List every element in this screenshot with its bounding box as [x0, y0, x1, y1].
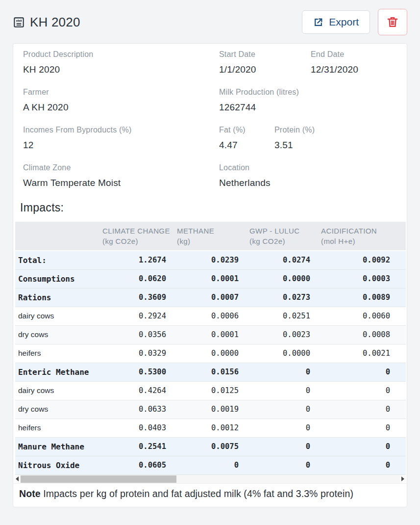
top-bar: KH 2020 Export [13, 7, 407, 37]
impact-value: 0.4264 [99, 381, 173, 400]
export-button-label: Export [329, 16, 359, 28]
impact-value: 0 [317, 400, 406, 419]
impacts-table: CLIMATE CHANGE(kg CO2e)METHANE(kg)GWP - … [15, 222, 406, 475]
row-label: heifers [15, 344, 99, 363]
impact-value: 0.0125 [173, 381, 246, 400]
impact-value: 0.0092 [317, 251, 406, 269]
impacts-row-nitrous-oxide: Nitrous Oxide0.0605000 [15, 456, 406, 474]
impact-value: 0.0001 [173, 325, 246, 344]
column-name: METHANE [177, 227, 246, 235]
impact-value: 0 [246, 400, 317, 419]
impact-value: 0.0000 [246, 269, 317, 288]
impact-value: 0.0006 [173, 307, 246, 325]
impacts-row-dry-cows: dry cows0.03560.00010.00230.0008 [15, 325, 406, 344]
column-name: GWP - LULUC [249, 227, 317, 235]
export-button[interactable]: Export [302, 10, 370, 34]
trash-icon [386, 16, 399, 28]
field-end-date: End Date12/31/2020 [311, 50, 358, 75]
field-label: Location [219, 163, 271, 172]
impact-value: 0.0356 [99, 325, 173, 344]
column-header-methane: METHANE(kg) [173, 222, 246, 251]
impact-value: 0.0329 [99, 344, 173, 363]
field-value: 1/1/2020 [219, 64, 311, 75]
impact-value: 0 [246, 381, 317, 400]
field-farmer: FarmerA KH 2020 [23, 88, 219, 113]
column-unit: (kg CO2e) [249, 237, 317, 245]
field-value: A KH 2020 [23, 102, 219, 113]
column-header-gwp-luluc: GWP - LULUC(kg CO2e) [246, 222, 317, 251]
impacts-row-manure-methane: Manure Methane0.25410.007500 [15, 437, 406, 456]
impact-value: 0 [317, 419, 406, 437]
header-actions: Export [302, 9, 407, 35]
impact-value: 0.0012 [173, 419, 246, 437]
field-incomes-from-byproducts: Incomes From Byproducts (%)12 [23, 126, 219, 151]
field-label: Protein (%) [274, 126, 315, 134]
row-label: Manure Methane [15, 437, 99, 456]
row-label: Consumptions [15, 269, 99, 288]
horizontal-scrollbar [14, 475, 406, 483]
field-milk-production-litres: Milk Production (litres)1262744 [219, 88, 299, 113]
impact-value: 0.0403 [99, 419, 173, 437]
impact-value: 0 [173, 456, 246, 474]
note-label: Note [19, 488, 41, 499]
impact-value: 0 [246, 437, 317, 456]
note: Note Impacts per kg of protein and fat a… [13, 483, 407, 507]
column-unit: (mol H+e) [321, 237, 406, 245]
impact-value: 0 [317, 437, 406, 456]
field-start-date: Start Date1/1/2020 [219, 50, 311, 75]
scroll-left-button[interactable] [14, 475, 20, 483]
impact-value: 0.0274 [246, 251, 317, 269]
impact-value: 0 [317, 363, 406, 381]
scrollbar-thumb[interactable] [21, 475, 176, 483]
field-value: 4.47 [219, 140, 274, 151]
external-link-icon [313, 17, 323, 27]
scroll-right-button[interactable] [400, 475, 406, 483]
row-label: dairy cows [15, 307, 99, 325]
impact-value: 0.0239 [173, 251, 246, 269]
impact-value: 0.5300 [99, 363, 173, 381]
row-label: Nitrous Oxide [15, 456, 99, 474]
field-protein: Protein (%)3.51 [274, 126, 315, 151]
field-label: Incomes From Byproducts (%) [23, 126, 219, 134]
impacts-row-dry-cows: dry cows0.06330.001900 [15, 400, 406, 419]
row-label: Enteric Methane [15, 363, 99, 381]
impact-value: 0 [246, 363, 317, 381]
impacts-row-rations: Rations0.36090.00070.02730.0089 [15, 288, 406, 307]
impact-value: 0.0019 [173, 400, 246, 419]
impacts-row-enteric-methane: Enteric Methane0.53000.015600 [15, 363, 406, 381]
impacts-table-header-row: CLIMATE CHANGE(kg CO2e)METHANE(kg)GWP - … [15, 222, 406, 251]
field-label: Climate Zone [23, 163, 219, 172]
field-grid: Product DescriptionKH 2020Start Date1/1/… [13, 44, 407, 188]
row-label: Rations [15, 288, 99, 307]
impact-value: 0.0000 [173, 344, 246, 363]
field-climate-zone: Climate ZoneWarm Temperate Moist [23, 163, 219, 188]
field-row: Climate ZoneWarm Temperate MoistLocation… [23, 163, 397, 188]
column-name: CLIMATE CHANGE [102, 227, 173, 235]
scrollbar-track[interactable] [20, 475, 400, 483]
impact-value: 0.0001 [173, 269, 246, 288]
field-value: 12/31/2020 [311, 64, 358, 75]
left-arrow-icon [16, 476, 19, 481]
note-text: Impacts per kg of protein and fat adjust… [41, 488, 353, 499]
impact-value: 0.0273 [246, 288, 317, 307]
report-icon [13, 16, 25, 28]
field-row: Incomes From Byproducts (%)12Fat (%)4.47… [23, 126, 397, 151]
field-label: Farmer [23, 88, 219, 97]
impact-value: 0 [246, 456, 317, 474]
field-label: Fat (%) [219, 126, 274, 134]
field-location: LocationNetherlands [219, 163, 271, 188]
field-label: Product Description [23, 50, 219, 59]
impact-value: 0 [246, 419, 317, 437]
impact-value: 0.0021 [317, 344, 406, 363]
impact-value: 0.0007 [173, 288, 246, 307]
column-name: ACIDIFICATION [321, 227, 406, 235]
impact-value: 0.0089 [317, 288, 406, 307]
delete-button[interactable] [378, 9, 407, 35]
impact-value: 0.0075 [173, 437, 246, 456]
impact-value: 0.0251 [246, 307, 317, 325]
impacts-row-dairy-cows: dairy cows0.29240.00060.02510.0060 [15, 307, 406, 325]
impact-value: 0.0633 [99, 400, 173, 419]
column-unit: (kg CO2e) [102, 237, 173, 245]
field-label: Start Date [219, 50, 311, 59]
page: KH 2020 Export [0, 0, 420, 525]
